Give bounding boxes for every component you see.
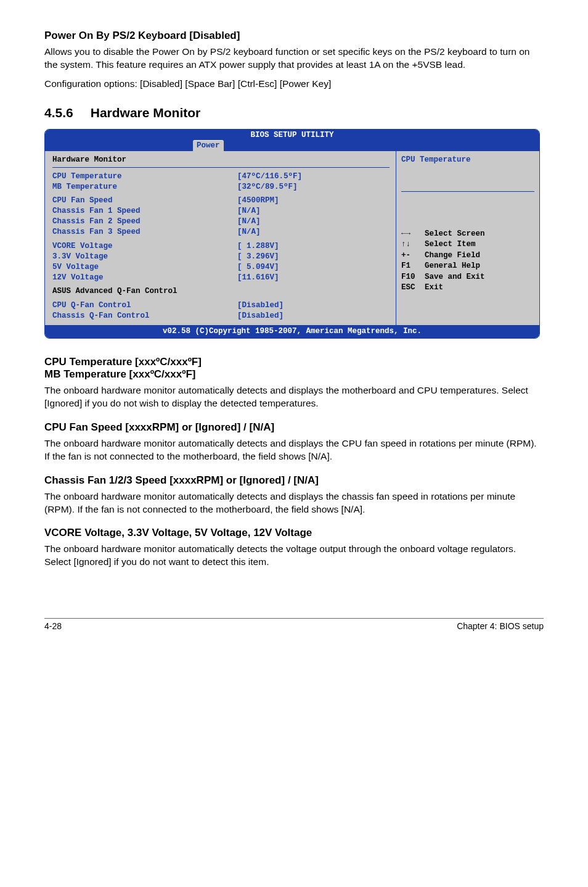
- value: [N/A]: [237, 227, 261, 237]
- bios-panel-heading: Hardware Monitor: [52, 155, 390, 165]
- page-number: 4-28: [44, 621, 62, 631]
- value: [4500RPM]: [237, 196, 279, 206]
- label: CPU Q-Fan Control: [52, 300, 237, 311]
- arrows-ud-icon: ↑↓: [401, 239, 425, 250]
- bios-help-title: CPU Temperature: [401, 155, 534, 165]
- label: ASUS Advanced Q-Fan Control: [52, 286, 237, 297]
- section-title: Hardware Monitor: [91, 105, 201, 120]
- heading-voltage: VCORE Voltage, 3.3V Voltage, 5V Voltage,…: [44, 527, 544, 539]
- help-text: Select Item: [425, 239, 476, 250]
- section-number: 4.5.6: [44, 105, 73, 120]
- help-text: General Help: [425, 261, 480, 272]
- para-power-on-desc: Allows you to disable the Power On by PS…: [44, 46, 544, 72]
- bios-copyright: v02.58 (C)Copyright 1985-2007, American …: [45, 325, 539, 338]
- value: [11.616V]: [237, 273, 279, 283]
- value: [N/A]: [237, 206, 261, 217]
- chapter-label: Chapter 4: BIOS setup: [457, 621, 544, 631]
- help-text: Select Screen: [425, 229, 485, 240]
- row-chassis-fan-2[interactable]: Chassis Fan 2 Speed[N/A]: [52, 217, 390, 227]
- row-chassis-fan-1[interactable]: Chassis Fan 1 Speed[N/A]: [52, 206, 390, 217]
- value: [N/A]: [237, 217, 261, 227]
- para-voltage-desc: The onboard hardware monitor automatical…: [44, 543, 544, 569]
- help-text: Change Field: [425, 250, 480, 262]
- arrows-lr-icon: ←→: [401, 229, 425, 240]
- row-12v[interactable]: 12V Voltage[11.616V]: [52, 273, 390, 283]
- row-mb-temp[interactable]: MB Temperature[32ºC/89.5ºF]: [52, 182, 390, 192]
- row-cpu-qfan[interactable]: CPU Q-Fan Control[Disabled]: [52, 300, 390, 311]
- esc-key-icon: ESC: [401, 283, 425, 294]
- bios-panel: BIOS SETUP UTILITY Power Hardware Monito…: [44, 129, 540, 339]
- label: Chassis Q-Fan Control: [52, 311, 237, 321]
- row-chassis-qfan[interactable]: Chassis Q-Fan Control[Disabled]: [52, 311, 390, 321]
- row-asus-qfan[interactable]: ASUS Advanced Q-Fan Control: [52, 286, 390, 297]
- bios-title: BIOS SETUP UTILITY: [45, 130, 539, 140]
- value: [ 5.094V]: [237, 262, 279, 273]
- label: VCORE Voltage: [52, 241, 237, 252]
- row-cpu-fan[interactable]: CPU Fan Speed[4500RPM]: [52, 196, 390, 206]
- para-chassis-fan-desc: The onboard hardware monitor automatical…: [44, 490, 544, 516]
- value: [32ºC/89.5ºF]: [237, 182, 298, 192]
- heading-chassis-fan: Chassis Fan 1/2/3 Speed [xxxxRPM] or [Ig…: [44, 474, 544, 487]
- heading-cpu-temp: CPU Temperature [xxxºC/xxxºF]: [44, 356, 544, 368]
- label: 3.3V Voltage: [52, 252, 237, 262]
- value: [Disabled]: [237, 311, 284, 321]
- label: Chassis Fan 2 Speed: [52, 217, 237, 227]
- value: [Disabled]: [237, 300, 284, 311]
- help-text: Exit: [425, 283, 443, 294]
- para-cpu-fan-desc: The onboard hardware monitor automatical…: [44, 437, 544, 463]
- heading-cpu-fan: CPU Fan Speed [xxxxRPM] or [Ignored] / […: [44, 421, 544, 434]
- label: 12V Voltage: [52, 273, 237, 283]
- row-cpu-temp[interactable]: CPU Temperature[47ºC/116.5ºF]: [52, 171, 390, 182]
- f10-key-icon: F10: [401, 272, 425, 283]
- value: [ 3.296V]: [237, 252, 279, 262]
- row-chassis-fan-3[interactable]: Chassis Fan 3 Speed[N/A]: [52, 227, 390, 237]
- heading-mb-temp: MB Temperature [xxxºC/xxxºF]: [44, 368, 544, 381]
- label: Chassis Fan 3 Speed: [52, 227, 237, 237]
- label: CPU Fan Speed: [52, 196, 237, 206]
- label: 5V Voltage: [52, 262, 237, 273]
- plus-minus-icon: +-: [401, 250, 425, 262]
- bios-tab-power[interactable]: Power: [193, 140, 224, 151]
- heading-power-on-ps2: Power On By PS/2 Keyboard [Disabled]: [44, 30, 544, 42]
- value: [ 1.288V]: [237, 241, 279, 252]
- row-3v3[interactable]: 3.3V Voltage[ 3.296V]: [52, 252, 390, 262]
- label: CPU Temperature: [52, 171, 237, 182]
- f1-key-icon: F1: [401, 261, 425, 272]
- label: MB Temperature: [52, 182, 237, 192]
- label: Chassis Fan 1 Speed: [52, 206, 237, 217]
- value: [47ºC/116.5ºF]: [237, 171, 302, 182]
- row-5v[interactable]: 5V Voltage[ 5.094V]: [52, 262, 390, 273]
- row-vcore[interactable]: VCORE Voltage[ 1.288V]: [52, 241, 390, 252]
- para-power-on-opts: Configuration options: [Disabled] [Space…: [44, 78, 544, 91]
- para-temp-desc: The onboard hardware monitor automatical…: [44, 384, 544, 410]
- help-text: Save and Exit: [425, 272, 485, 283]
